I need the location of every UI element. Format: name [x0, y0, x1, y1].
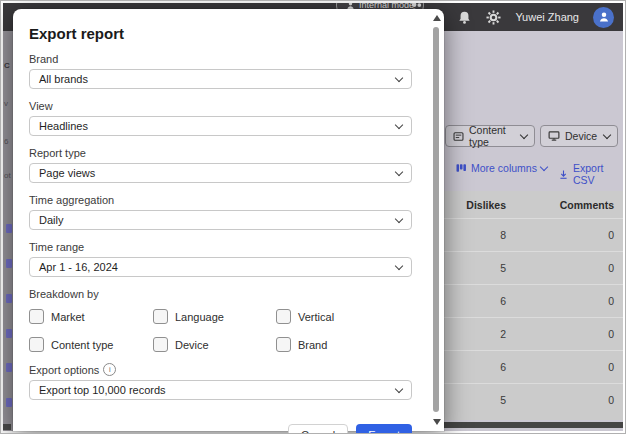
- checkbox-label: Market: [51, 311, 85, 323]
- checkbox-box[interactable]: [276, 309, 291, 324]
- background-left-edge: C v 6 ot: [3, 31, 13, 431]
- app-window: Internal mode ?: [0, 0, 626, 434]
- time-aggregation-select[interactable]: Daily: [29, 210, 412, 230]
- columns-icon: [455, 162, 467, 174]
- chevron-down-icon: [540, 162, 548, 170]
- report-type-select[interactable]: Page views: [29, 163, 412, 183]
- dislikes-cell: 5: [444, 394, 506, 406]
- table-row: 5 0: [444, 251, 623, 284]
- person-icon: [598, 11, 610, 23]
- checkbox-label: Content type: [51, 339, 113, 351]
- comments-cell: 0: [506, 361, 623, 373]
- avatar[interactable]: [593, 7, 614, 28]
- checkbox-brand[interactable]: Brand: [276, 337, 412, 352]
- page: Internal mode ?: [3, 3, 623, 431]
- checkbox-vertical[interactable]: Vertical: [276, 309, 412, 324]
- dislikes-cell: 2: [444, 328, 506, 340]
- checkbox-label: Vertical: [298, 311, 334, 323]
- clipped-link-fragment: [6, 224, 12, 233]
- table-row: 8 0: [444, 218, 623, 251]
- chevron-down-icon: [395, 120, 403, 128]
- comments-cell: 0: [506, 262, 623, 274]
- chevron-down-icon: [395, 73, 403, 81]
- comments-cell: 0: [506, 394, 623, 406]
- info-icon[interactable]: i: [103, 363, 116, 376]
- view-select[interactable]: Headlines: [29, 116, 412, 136]
- clipped-link-fragment: [6, 294, 12, 303]
- brand-label: Brand: [29, 53, 412, 65]
- export-options-value: Export top 10,000 records: [39, 384, 166, 396]
- results-table: Dislikes Comments 8 0 5 0 6 0 2 0: [444, 191, 623, 420]
- table-header-row: Dislikes Comments: [444, 191, 623, 218]
- export-button[interactable]: Export: [356, 424, 412, 434]
- clipped-text-fragment: v: [4, 99, 8, 108]
- time-aggregation-label: Time aggregation: [29, 194, 412, 206]
- monitor-icon: [548, 130, 560, 142]
- clipped-text-fragment: ot: [4, 171, 11, 180]
- dislikes-cell: 5: [444, 262, 506, 274]
- brand-value: All brands: [39, 73, 88, 85]
- checkbox-box[interactable]: [276, 337, 291, 352]
- horizontal-scrollbar-end: [3, 424, 11, 430]
- table-row: 6 0: [444, 284, 623, 317]
- user-name: Yuwei Zhang: [515, 11, 579, 23]
- background-content: Content type Device More columns: [444, 31, 623, 431]
- checkbox-content-type[interactable]: Content type: [29, 337, 153, 352]
- export-options-label: Export options: [29, 364, 99, 376]
- checkbox-box[interactable]: [153, 337, 168, 352]
- modal-scrollbar[interactable]: [431, 12, 442, 428]
- comments-cell: 0: [506, 229, 623, 241]
- dislikes-cell: 6: [444, 361, 506, 373]
- scroll-up-arrow[interactable]: [433, 15, 441, 21]
- comments-cell: 0: [506, 328, 623, 340]
- clipped-link-fragment: [6, 329, 12, 338]
- column-header-comments: Comments: [506, 199, 623, 211]
- clipped-link-fragment: [6, 259, 12, 268]
- checkbox-language[interactable]: Language: [153, 309, 276, 324]
- checkbox-box[interactable]: [153, 309, 168, 324]
- checkbox-box[interactable]: [29, 337, 44, 352]
- comments-cell: 0: [506, 295, 623, 307]
- checkbox-label: Brand: [298, 339, 327, 351]
- report-type-label: Report type: [29, 147, 412, 159]
- cancel-button[interactable]: Cancel: [288, 424, 348, 434]
- export-options-select[interactable]: Export top 10,000 records: [29, 380, 412, 400]
- device-label: Device: [565, 130, 597, 142]
- checkbox-box[interactable]: [29, 309, 44, 324]
- brand-select[interactable]: All brands: [29, 69, 412, 89]
- content-type-filter-button[interactable]: Content type: [445, 125, 535, 147]
- horizontal-scrollbar[interactable]: [444, 422, 623, 428]
- bell-icon[interactable]: [457, 10, 472, 25]
- time-range-value: Apr 1 - 16, 2024: [39, 261, 118, 273]
- column-header-dislikes: Dislikes: [444, 199, 506, 211]
- clipped-text-fragment: 6: [4, 137, 8, 146]
- scrollbar-thumb[interactable]: [433, 27, 439, 412]
- gear-icon[interactable]: [486, 10, 501, 25]
- clipped-text-fragment: C: [4, 61, 10, 70]
- time-range-label: Time range: [29, 241, 412, 253]
- content-type-icon: [453, 131, 464, 142]
- table-row: 6 0: [444, 350, 623, 383]
- chevron-down-icon: [520, 130, 528, 138]
- dislikes-cell: 6: [444, 295, 506, 307]
- time-range-select[interactable]: Apr 1 - 16, 2024: [29, 257, 412, 277]
- chevron-down-icon: [395, 261, 403, 269]
- more-columns-link[interactable]: More columns: [455, 162, 547, 174]
- checkbox-device[interactable]: Device: [153, 337, 276, 352]
- breakdown-options: Market Language Vertical Content ty: [29, 309, 412, 352]
- download-icon: [558, 169, 569, 180]
- report-type-value: Page views: [39, 167, 95, 179]
- scroll-down-arrow[interactable]: [433, 419, 441, 425]
- export-csv-label: Export CSV: [573, 162, 623, 186]
- clipped-link-fragment: [6, 363, 12, 372]
- device-filter-button[interactable]: Device: [540, 125, 618, 147]
- checkbox-market[interactable]: Market: [29, 309, 153, 324]
- checkbox-label: Language: [175, 311, 224, 323]
- time-aggregation-value: Daily: [39, 214, 63, 226]
- export-csv-link[interactable]: Export CSV: [558, 162, 623, 186]
- dialog-title: Export report: [29, 25, 412, 42]
- chevron-down-icon: [395, 167, 403, 175]
- dislikes-cell: 8: [444, 229, 506, 241]
- checkbox-label: Device: [175, 339, 209, 351]
- chevron-down-icon: [395, 384, 403, 392]
